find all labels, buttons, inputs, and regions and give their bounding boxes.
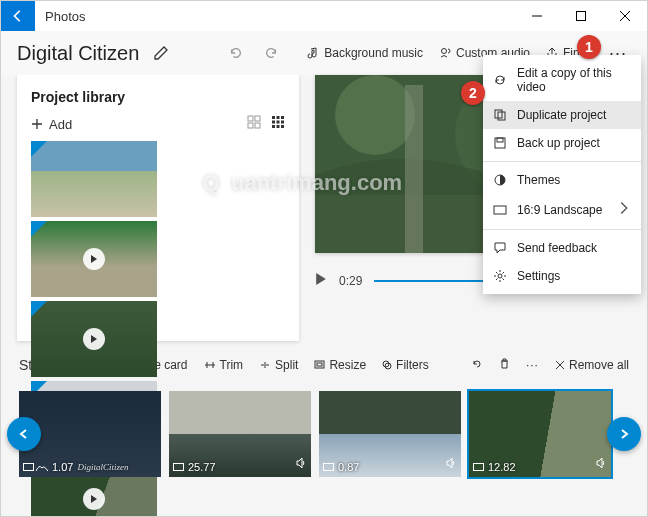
speaker-icon [445, 455, 457, 473]
play-button[interactable] [315, 273, 327, 288]
feedback-icon [493, 241, 507, 255]
storyboard-clip[interactable]: 0.87 [319, 391, 461, 477]
project-name: Digital Citizen [17, 42, 139, 65]
clip-duration: 25.77 [188, 461, 216, 473]
annotation-circle-2: 2 [461, 81, 485, 105]
speaker-icon [295, 455, 307, 473]
menu-duplicate-project[interactable]: Duplicate project [483, 101, 641, 129]
annotation-circle-1: 1 [577, 35, 601, 59]
menu-themes[interactable]: Themes [483, 166, 641, 194]
gear-icon [493, 269, 507, 283]
titlebar: Photos [1, 1, 647, 31]
clip-duration: 0.87 [338, 461, 359, 473]
library-thumb[interactable] [31, 301, 157, 377]
aspect-icon [493, 203, 507, 217]
menu-send-feedback[interactable]: Send feedback [483, 234, 641, 262]
svg-rect-29 [497, 138, 503, 142]
delete-button[interactable] [499, 358, 510, 373]
minimize-button[interactable] [515, 1, 559, 31]
svg-point-32 [498, 274, 502, 278]
storyboard-clip[interactable]: 25.77 [169, 391, 311, 477]
theme-icon [493, 173, 507, 187]
svg-rect-15 [281, 125, 284, 128]
maximize-button[interactable] [559, 1, 603, 31]
svg-rect-6 [255, 123, 260, 128]
svg-rect-13 [272, 125, 275, 128]
svg-rect-22 [315, 361, 324, 368]
svg-rect-5 [248, 123, 253, 128]
app-title: Photos [45, 9, 85, 24]
play-icon [83, 328, 105, 350]
grid-large-icon[interactable] [247, 115, 261, 133]
view-toggle [247, 115, 285, 133]
svg-point-17 [335, 75, 415, 155]
add-button[interactable]: Add [31, 117, 72, 132]
duplicate-icon [493, 108, 507, 122]
menu-backup-project[interactable]: Back up project [483, 129, 641, 157]
svg-rect-9 [281, 116, 284, 119]
clip-duration: 1.07 [52, 461, 73, 473]
library-thumb[interactable] [31, 141, 157, 217]
trim-button[interactable]: Trim [204, 358, 244, 372]
rotate-button[interactable] [471, 358, 483, 373]
storyboard-next-button[interactable] [607, 417, 641, 451]
bg-music-button[interactable]: Background music [307, 46, 423, 60]
svg-point-2 [441, 49, 446, 54]
svg-rect-11 [277, 121, 280, 124]
play-icon [83, 488, 105, 510]
storyboard: 1.07DigitalCitizen 25.77 0.87 12.82 [1, 383, 647, 485]
split-button[interactable]: Split [259, 358, 298, 372]
clip-duration: 12.82 [488, 461, 516, 473]
library-panel: Project library Add [17, 75, 299, 341]
storyboard-more-button[interactable]: ··· [526, 358, 539, 372]
add-label: Add [49, 117, 72, 132]
svg-rect-7 [272, 116, 275, 119]
undo-button[interactable] [229, 46, 248, 60]
menu-settings[interactable]: Settings [483, 262, 641, 290]
current-time: 0:29 [339, 274, 362, 288]
svg-rect-10 [272, 121, 275, 124]
remove-all-button[interactable]: Remove all [555, 358, 629, 372]
svg-rect-12 [281, 121, 284, 124]
filters-button[interactable]: Filters [382, 358, 429, 372]
menu-edit-copy[interactable]: Edit a copy of this video [483, 59, 641, 101]
close-button[interactable] [603, 1, 647, 31]
chevron-right-icon [617, 201, 631, 218]
bg-music-label: Background music [324, 46, 423, 60]
window-controls [515, 1, 647, 31]
sync-icon [493, 73, 507, 87]
svg-rect-21 [405, 85, 423, 253]
svg-rect-8 [277, 116, 280, 119]
svg-rect-3 [248, 116, 253, 121]
storyboard-clip-selected[interactable]: 12.82 [469, 391, 611, 477]
svg-rect-1 [577, 12, 586, 21]
rename-button[interactable] [153, 45, 169, 61]
grid-small-icon[interactable] [271, 115, 285, 133]
svg-rect-31 [494, 206, 506, 214]
svg-rect-14 [277, 125, 280, 128]
svg-rect-4 [255, 116, 260, 121]
storyboard-prev-button[interactable] [7, 417, 41, 451]
speaker-icon [595, 455, 607, 473]
watermark: Quantrimang.com [191, 165, 402, 201]
svg-rect-23 [317, 363, 322, 366]
library-title: Project library [31, 89, 285, 105]
library-thumb[interactable] [31, 221, 157, 297]
menu-aspect-ratio[interactable]: 16:9 Landscape [483, 194, 641, 225]
play-icon [83, 248, 105, 270]
save-icon [493, 136, 507, 150]
more-menu: Edit a copy of this video Duplicate proj… [483, 55, 641, 294]
back-button[interactable] [1, 1, 35, 31]
resize-button[interactable]: Resize [314, 358, 366, 372]
redo-button[interactable] [264, 46, 283, 60]
